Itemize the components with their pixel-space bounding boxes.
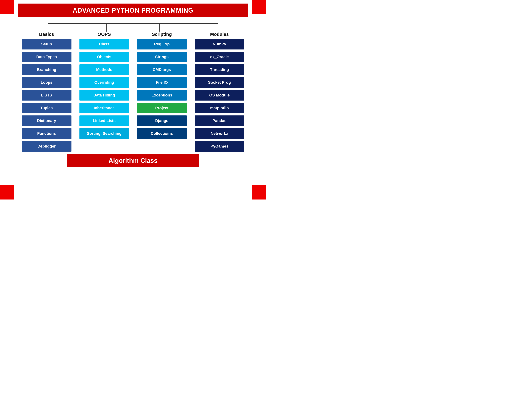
- column-scripting: Reg ExpStringsCMD argsFile IOExceptionsP…: [137, 39, 187, 139]
- list-item[interactable]: Class: [79, 39, 129, 50]
- header-scripting: Scripting: [137, 32, 187, 37]
- list-item[interactable]: Objects: [79, 52, 129, 62]
- list-item[interactable]: LISTS: [22, 90, 71, 101]
- column-basics: SetupData TypesBranchingLoopsLISTSTuples…: [22, 39, 71, 152]
- list-item[interactable]: cx_Oracle: [195, 52, 244, 62]
- list-item[interactable]: File IO: [137, 77, 187, 88]
- list-item[interactable]: Django: [137, 115, 187, 126]
- algorithm-class-footer: Algorithm Class: [67, 154, 199, 167]
- list-item[interactable]: Threading: [195, 64, 244, 75]
- column-modules: NumPycx_OracleThreadingSocket ProgOS Mod…: [195, 39, 244, 152]
- list-item[interactable]: Reg Exp: [137, 39, 187, 50]
- list-item[interactable]: Data Hiding: [79, 90, 129, 101]
- list-item[interactable]: Dictionary: [22, 115, 71, 126]
- main-content: SetupData TypesBranchingLoopsLISTSTuples…: [18, 39, 248, 152]
- list-item[interactable]: Data Types: [22, 52, 71, 62]
- list-item[interactable]: Tuples: [22, 103, 71, 113]
- list-item[interactable]: Debugger: [22, 141, 71, 152]
- list-item[interactable]: Functions: [22, 128, 71, 139]
- corner-decoration-br: [252, 185, 266, 200]
- list-item[interactable]: Networkx: [195, 128, 244, 139]
- list-item[interactable]: matplotlib: [195, 103, 244, 113]
- list-item[interactable]: CMD args: [137, 64, 187, 75]
- list-item[interactable]: Project: [137, 103, 187, 113]
- list-item[interactable]: Socket Prog: [195, 77, 244, 88]
- corner-decoration-tl: [0, 0, 14, 14]
- list-item[interactable]: Branching: [22, 64, 71, 75]
- list-item[interactable]: Linked Lists: [79, 115, 129, 126]
- list-item[interactable]: Setup: [22, 39, 71, 50]
- list-item[interactable]: Collectioins: [137, 128, 187, 139]
- corner-decoration-bl: [0, 185, 14, 200]
- list-item[interactable]: Overriding: [79, 77, 129, 88]
- list-item[interactable]: Methods: [79, 64, 129, 75]
- list-item[interactable]: Exceptions: [137, 90, 187, 101]
- list-item[interactable]: Pandas: [195, 115, 244, 126]
- page-title: ADVANCED PYTHON PROGRAMMING: [18, 4, 248, 17]
- list-item[interactable]: PyGames: [195, 141, 244, 152]
- header-oops: OOPS: [79, 32, 129, 37]
- header-basics: Basics: [22, 32, 71, 37]
- list-item[interactable]: Loops: [22, 77, 71, 88]
- list-item[interactable]: NumPy: [195, 39, 244, 50]
- column-oops: ClassObjectsMethodsOverridingData Hiding…: [79, 39, 129, 139]
- list-item[interactable]: Sorting, Searching: [79, 128, 129, 139]
- header-modules: Modules: [195, 32, 244, 37]
- list-item[interactable]: Strings: [137, 52, 187, 62]
- tree-connector: [18, 17, 248, 32]
- list-item[interactable]: Inheritance: [79, 103, 129, 113]
- corner-decoration-tr: [252, 0, 266, 14]
- column-headers: Basics OOPS Scripting Modules: [18, 32, 248, 39]
- list-item[interactable]: OS Module: [195, 90, 244, 101]
